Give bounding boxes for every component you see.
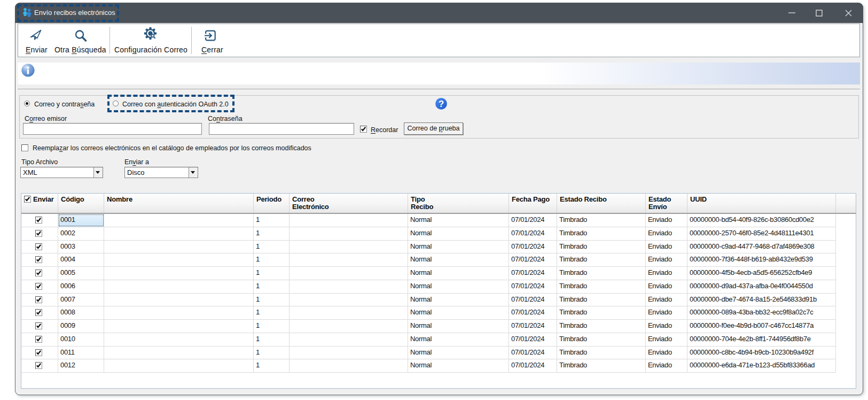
svg-text:?: ? — [439, 98, 444, 109]
